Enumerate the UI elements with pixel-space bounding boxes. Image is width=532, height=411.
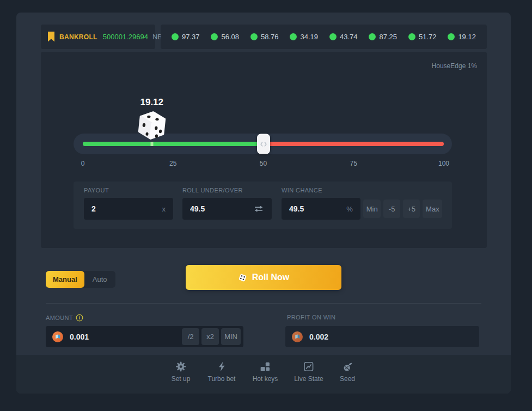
roll-history-value: 34.19	[300, 33, 318, 41]
win-dot-icon	[329, 33, 337, 40]
info-icon[interactable]	[76, 314, 83, 322]
footer-toolbar: Set up Turbo bet Hot keys	[16, 355, 511, 394]
mode-manual-button[interactable]: Manual	[46, 271, 84, 288]
roll-history-item: 43.74	[329, 33, 358, 41]
footer-item-label: Hot keys	[253, 375, 278, 383]
footer-item-seed[interactable]: Seed	[340, 361, 355, 383]
win-dot-icon	[369, 33, 376, 40]
profit-section-label: PROFIT ON WIN	[287, 314, 335, 321]
roll-history-item: 51.72	[408, 33, 437, 41]
win-chance-input[interactable]	[289, 204, 343, 213]
footer-item-set-up[interactable]: Set up	[172, 361, 191, 383]
roll-history-value: 58.76	[261, 33, 279, 41]
roll-history-value: 19.12	[458, 33, 476, 41]
coin-icon	[52, 331, 63, 342]
roll-history-value: 87.25	[379, 33, 397, 41]
roll-history-item: 19.12	[448, 33, 476, 41]
roll-history-value: 43.74	[340, 33, 358, 41]
bankroll-label: BANKROLL	[59, 33, 97, 41]
swap-direction-icon[interactable]	[253, 204, 264, 213]
dice-small-icon	[238, 273, 247, 282]
roll-history-item: 97.37	[172, 33, 200, 41]
amount-input[interactable]	[70, 333, 180, 341]
payout-label: PAYOUT	[84, 187, 173, 194]
footer-item-label: Seed	[340, 375, 355, 383]
bankroll-value: 500001.29694	[103, 33, 148, 41]
slider-scale: 0 25 50 75 100	[83, 160, 444, 167]
coin-icon	[292, 331, 303, 342]
amount-field: /2 x2 MIN	[46, 326, 243, 347]
win-dot-icon	[211, 33, 218, 40]
roll-under-over-group: ROLL UNDER/OVER	[182, 187, 272, 220]
dice-icon	[137, 111, 167, 142]
chevron-right-icon	[264, 141, 267, 147]
keys-icon	[260, 361, 271, 372]
amount-double-button[interactable]: x2	[201, 328, 219, 345]
roll-result-value: 19.12	[140, 97, 163, 108]
win-chance-suffix: %	[346, 205, 353, 213]
roll-history-item: 87.25	[369, 33, 397, 41]
win-chance-group: WIN CHANCE % Min -5 +5 Max	[282, 187, 442, 220]
dice-game-card: BANKROLL 500001.29694 NBX 97.37 56.08 58…	[16, 13, 511, 394]
seed-icon	[343, 361, 353, 372]
profit-label-text: PROFIT ON WIN	[287, 314, 335, 321]
roll-now-button[interactable]: Roll Now	[186, 265, 341, 290]
win-chance-min-button[interactable]: Min	[363, 200, 381, 218]
amount-min-button[interactable]: MIN	[221, 328, 241, 345]
bankroll-panel: BANKROLL 500001.29694 NBX	[41, 25, 155, 49]
slider-track-container: 19.12	[74, 134, 452, 154]
lightning-icon	[217, 361, 226, 372]
amount-half-button[interactable]: /2	[182, 328, 199, 345]
roll-history-bar: 97.37 56.08 58.76 34.19 43.74 87.25 51.7…	[161, 25, 487, 49]
roll-history-item: 34.19	[290, 33, 318, 41]
scale-tick-label: 100	[438, 160, 449, 167]
amount-label-text: AMOUNT	[46, 315, 73, 321]
roll-under-over-input[interactable]	[190, 204, 253, 213]
win-chance-max-button[interactable]: Max	[423, 200, 442, 218]
scale-tick-label: 50	[260, 160, 267, 167]
win-dot-icon	[448, 33, 455, 40]
scale-tick-label: 75	[350, 160, 357, 167]
slider-handle[interactable]	[257, 134, 270, 154]
roll-history-value: 56.08	[221, 33, 239, 41]
win-chance-plus5-button[interactable]: +5	[403, 200, 420, 218]
roll-history-item: 58.76	[250, 33, 279, 41]
track-red	[264, 142, 444, 146]
payout-input[interactable]	[91, 204, 159, 213]
bet-controls-panel: PAYOUT x ROLL UNDER/OVER	[74, 182, 452, 229]
mode-auto-button[interactable]: Auto	[84, 271, 115, 288]
footer-item-live-state[interactable]: Live State	[294, 361, 323, 383]
game-panel: HouseEdge 1% 19.12	[41, 52, 487, 248]
chart-frame-icon	[304, 361, 314, 372]
track-green	[83, 142, 264, 146]
bet-mode-toggle: Manual Auto	[46, 271, 115, 288]
payout-field: x	[84, 198, 173, 220]
footer-item-label: Turbo bet	[208, 375, 236, 383]
win-dot-icon	[408, 33, 415, 40]
win-chance-minus5-button[interactable]: -5	[383, 200, 400, 218]
slider-track[interactable]: 19.12	[83, 142, 444, 146]
roll-under-over-label: ROLL UNDER/OVER	[182, 187, 272, 194]
amount-section-label: AMOUNT	[46, 314, 83, 322]
footer-item-label: Live State	[294, 375, 323, 383]
footer-item-hot-keys[interactable]: Hot keys	[253, 361, 278, 383]
roll-now-label: Roll Now	[252, 273, 289, 282]
win-chance-label: WIN CHANCE	[282, 187, 442, 194]
profit-value: 0.002	[309, 333, 328, 341]
section-divider	[46, 303, 481, 304]
footer-item-label: Set up	[172, 375, 191, 383]
footer-item-turbo-bet[interactable]: Turbo bet	[208, 361, 236, 383]
win-dot-icon	[172, 33, 179, 40]
gear-icon	[175, 361, 186, 372]
roll-history-value: 97.37	[182, 33, 200, 41]
win-dot-icon	[290, 33, 297, 40]
profit-on-win-field: 0.002	[285, 326, 479, 347]
win-dot-icon	[250, 33, 258, 40]
bookmark-icon	[47, 32, 55, 42]
roll-history-item: 56.08	[211, 33, 239, 41]
roll-under-over-field	[182, 198, 272, 220]
result-tick	[150, 142, 153, 146]
payout-group: PAYOUT x	[84, 187, 173, 220]
house-edge-label: HouseEdge 1%	[432, 62, 477, 70]
roll-history-value: 51.72	[419, 33, 437, 41]
